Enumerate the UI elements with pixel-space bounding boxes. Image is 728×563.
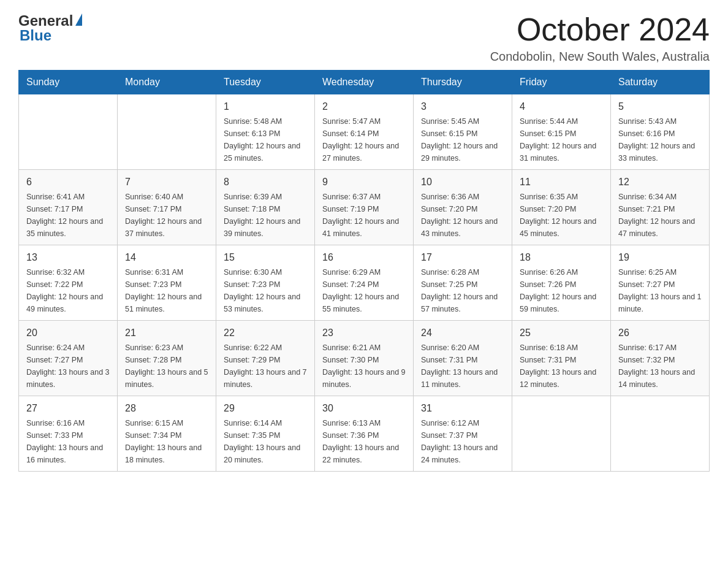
calendar-cell: 29Sunrise: 6:14 AMSunset: 7:35 PMDayligh…: [216, 396, 315, 472]
day-info: Sunrise: 5:44 AMSunset: 6:15 PMDaylight:…: [520, 115, 603, 164]
calendar-cell: [512, 396, 611, 472]
day-number: 19: [618, 250, 702, 265]
day-number: 16: [322, 250, 406, 265]
logo: General Blue: [18, 12, 85, 44]
day-info: Sunrise: 6:29 AMSunset: 7:24 PMDaylight:…: [322, 266, 406, 315]
calendar-cell: 2Sunrise: 5:47 AMSunset: 6:14 PMDaylight…: [315, 94, 414, 170]
calendar-cell: 15Sunrise: 6:30 AMSunset: 7:23 PMDayligh…: [216, 245, 315, 321]
col-wednesday: Wednesday: [315, 71, 414, 94]
day-info: Sunrise: 5:47 AMSunset: 6:14 PMDaylight:…: [322, 115, 406, 164]
calendar-cell: 25Sunrise: 6:18 AMSunset: 7:31 PMDayligh…: [512, 321, 611, 396]
day-number: 10: [421, 175, 504, 190]
calendar-cell: 22Sunrise: 6:22 AMSunset: 7:29 PMDayligh…: [216, 321, 315, 396]
month-title: October 2024: [490, 12, 710, 47]
calendar-cell: 1Sunrise: 5:48 AMSunset: 6:13 PMDaylight…: [216, 94, 315, 170]
day-info: Sunrise: 6:39 AMSunset: 7:18 PMDaylight:…: [224, 191, 307, 240]
calendar-cell: [19, 94, 118, 170]
calendar-cell: 19Sunrise: 6:25 AMSunset: 7:27 PMDayligh…: [611, 245, 710, 321]
col-thursday: Thursday: [414, 71, 512, 94]
location-title: Condobolin, New South Wales, Australia: [490, 50, 710, 64]
day-info: Sunrise: 5:43 AMSunset: 6:16 PMDaylight:…: [618, 115, 702, 164]
day-number: 7: [125, 175, 208, 190]
calendar-table: Sunday Monday Tuesday Wednesday Thursday…: [18, 70, 710, 472]
page-header: General Blue October 2024 Condobolin, Ne…: [18, 12, 710, 64]
day-number: 15: [224, 250, 307, 265]
calendar-week-row: 13Sunrise: 6:32 AMSunset: 7:22 PMDayligh…: [19, 245, 710, 321]
title-area: October 2024 Condobolin, New South Wales…: [490, 12, 710, 64]
day-info: Sunrise: 6:24 AMSunset: 7:27 PMDaylight:…: [26, 342, 110, 391]
calendar-cell: 14Sunrise: 6:31 AMSunset: 7:23 PMDayligh…: [118, 245, 216, 321]
day-number: 17: [421, 250, 504, 265]
calendar-cell: 4Sunrise: 5:44 AMSunset: 6:15 PMDaylight…: [512, 94, 611, 170]
calendar-week-row: 6Sunrise: 6:41 AMSunset: 7:17 PMDaylight…: [19, 170, 710, 245]
day-number: 30: [322, 401, 406, 416]
calendar-cell: 7Sunrise: 6:40 AMSunset: 7:17 PMDaylight…: [118, 170, 216, 245]
col-saturday: Saturday: [611, 71, 710, 94]
day-number: 29: [224, 401, 307, 416]
day-number: 20: [26, 326, 110, 340]
day-info: Sunrise: 6:41 AMSunset: 7:17 PMDaylight:…: [26, 191, 110, 240]
day-number: 23: [322, 326, 406, 340]
day-info: Sunrise: 6:36 AMSunset: 7:20 PMDaylight:…: [421, 191, 504, 240]
day-info: Sunrise: 5:45 AMSunset: 6:15 PMDaylight:…: [421, 115, 504, 164]
day-info: Sunrise: 6:12 AMSunset: 7:37 PMDaylight:…: [421, 417, 504, 466]
day-number: 28: [125, 401, 208, 416]
day-number: 14: [125, 250, 208, 265]
day-number: 18: [520, 250, 603, 265]
calendar-cell: 16Sunrise: 6:29 AMSunset: 7:24 PMDayligh…: [315, 245, 414, 321]
col-friday: Friday: [512, 71, 611, 94]
calendar-cell: 5Sunrise: 5:43 AMSunset: 6:16 PMDaylight…: [611, 94, 710, 170]
calendar-cell: [611, 396, 710, 472]
day-number: 27: [26, 401, 110, 416]
day-number: 31: [421, 401, 504, 416]
day-info: Sunrise: 6:18 AMSunset: 7:31 PMDaylight:…: [520, 342, 603, 391]
calendar-cell: 26Sunrise: 6:17 AMSunset: 7:32 PMDayligh…: [611, 321, 710, 396]
day-number: 13: [26, 250, 110, 265]
day-info: Sunrise: 6:23 AMSunset: 7:28 PMDaylight:…: [125, 342, 208, 391]
day-number: 4: [520, 99, 603, 114]
calendar-cell: 24Sunrise: 6:20 AMSunset: 7:31 PMDayligh…: [414, 321, 512, 396]
calendar-cell: 13Sunrise: 6:32 AMSunset: 7:22 PMDayligh…: [19, 245, 118, 321]
day-info: Sunrise: 6:32 AMSunset: 7:22 PMDaylight:…: [26, 266, 110, 315]
day-info: Sunrise: 5:48 AMSunset: 6:13 PMDaylight:…: [224, 115, 307, 164]
day-number: 12: [618, 175, 702, 190]
col-sunday: Sunday: [19, 71, 118, 94]
day-number: 8: [224, 175, 307, 190]
day-info: Sunrise: 6:13 AMSunset: 7:36 PMDaylight:…: [322, 417, 406, 466]
day-number: 5: [618, 99, 702, 114]
calendar-cell: 17Sunrise: 6:28 AMSunset: 7:25 PMDayligh…: [414, 245, 512, 321]
calendar-cell: 28Sunrise: 6:15 AMSunset: 7:34 PMDayligh…: [118, 396, 216, 472]
day-info: Sunrise: 6:37 AMSunset: 7:19 PMDaylight:…: [322, 191, 406, 240]
day-number: 9: [322, 175, 406, 190]
day-info: Sunrise: 6:14 AMSunset: 7:35 PMDaylight:…: [224, 417, 307, 466]
day-info: Sunrise: 6:17 AMSunset: 7:32 PMDaylight:…: [618, 342, 702, 391]
calendar-cell: [118, 94, 216, 170]
day-info: Sunrise: 6:26 AMSunset: 7:26 PMDaylight:…: [520, 266, 603, 315]
calendar-cell: 8Sunrise: 6:39 AMSunset: 7:18 PMDaylight…: [216, 170, 315, 245]
calendar-cell: 6Sunrise: 6:41 AMSunset: 7:17 PMDaylight…: [19, 170, 118, 245]
day-number: 24: [421, 326, 504, 340]
day-info: Sunrise: 6:34 AMSunset: 7:21 PMDaylight:…: [618, 191, 702, 240]
calendar-cell: 12Sunrise: 6:34 AMSunset: 7:21 PMDayligh…: [611, 170, 710, 245]
day-info: Sunrise: 6:35 AMSunset: 7:20 PMDaylight:…: [520, 191, 603, 240]
day-info: Sunrise: 6:16 AMSunset: 7:33 PMDaylight:…: [26, 417, 110, 466]
calendar-week-row: 20Sunrise: 6:24 AMSunset: 7:27 PMDayligh…: [19, 321, 710, 396]
logo-triangle-icon: [75, 13, 82, 26]
calendar-week-row: 1Sunrise: 5:48 AMSunset: 6:13 PMDaylight…: [19, 94, 710, 170]
calendar-cell: 20Sunrise: 6:24 AMSunset: 7:27 PMDayligh…: [19, 321, 118, 396]
logo-blue-text: Blue: [20, 27, 51, 44]
day-number: 3: [421, 99, 504, 114]
calendar-cell: 3Sunrise: 5:45 AMSunset: 6:15 PMDaylight…: [414, 94, 512, 170]
day-number: 26: [618, 326, 702, 340]
day-info: Sunrise: 6:15 AMSunset: 7:34 PMDaylight:…: [125, 417, 208, 466]
day-info: Sunrise: 6:30 AMSunset: 7:23 PMDaylight:…: [224, 266, 307, 315]
calendar-cell: 23Sunrise: 6:21 AMSunset: 7:30 PMDayligh…: [315, 321, 414, 396]
col-monday: Monday: [118, 71, 216, 94]
day-info: Sunrise: 6:22 AMSunset: 7:29 PMDaylight:…: [224, 342, 307, 391]
calendar-cell: 30Sunrise: 6:13 AMSunset: 7:36 PMDayligh…: [315, 396, 414, 472]
day-info: Sunrise: 6:28 AMSunset: 7:25 PMDaylight:…: [421, 266, 504, 315]
calendar-week-row: 27Sunrise: 6:16 AMSunset: 7:33 PMDayligh…: [19, 396, 710, 472]
day-number: 6: [26, 175, 110, 190]
day-number: 11: [520, 175, 603, 190]
calendar-cell: 11Sunrise: 6:35 AMSunset: 7:20 PMDayligh…: [512, 170, 611, 245]
